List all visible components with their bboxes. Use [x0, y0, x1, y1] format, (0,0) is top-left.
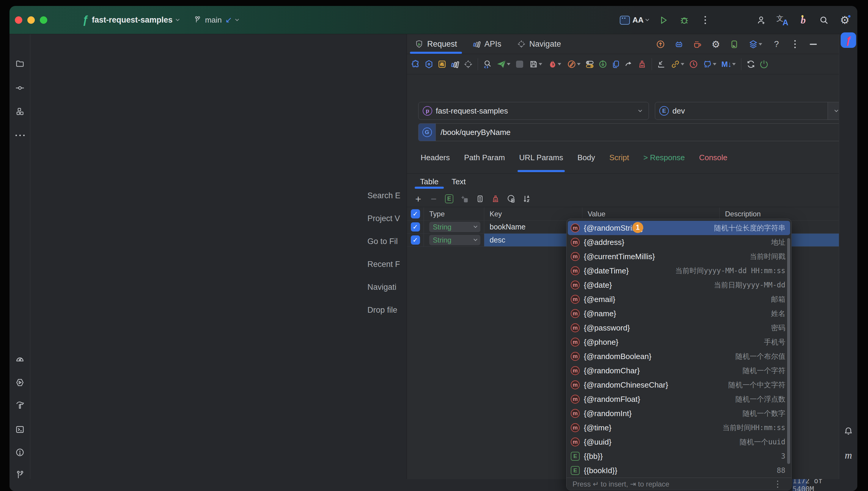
- tab-request[interactable]: Request: [407, 34, 465, 54]
- panel-more-button[interactable]: [789, 38, 801, 50]
- panel-settings-button[interactable]: ⚙: [710, 38, 722, 50]
- build-tool-button[interactable]: [9, 399, 30, 412]
- more-actions-button[interactable]: [699, 14, 711, 26]
- copy-curl-button[interactable]: [505, 194, 516, 204]
- tab-url-params[interactable]: URL Params: [512, 150, 571, 165]
- settings-button[interactable]: ⚙: [839, 14, 851, 26]
- popup-item[interactable]: {@time} 当前时间HH:mm:ss: [567, 421, 791, 435]
- flame-button[interactable]: [546, 59, 563, 70]
- plugin-settings-button[interactable]: [410, 59, 422, 70]
- fast-request-tool-button[interactable]: ƒ: [841, 32, 856, 48]
- popup-item[interactable]: {@address} 地址: [567, 235, 791, 249]
- vcs-widget[interactable]: main ↙: [193, 15, 238, 25]
- popup-item[interactable]: {@name} 姓名: [567, 307, 791, 321]
- popup-item[interactable]: {@randomInt} 随机一个数字: [567, 406, 791, 421]
- tab-path-param[interactable]: Path Param: [457, 150, 512, 165]
- copy-button[interactable]: [610, 59, 621, 70]
- redo-button[interactable]: [624, 59, 635, 70]
- fullscreen-button[interactable]: [40, 16, 47, 24]
- translate-button[interactable]: 文 A: [776, 14, 788, 26]
- popup-item[interactable]: {@randomBoolean} 随机一个布尔值: [567, 349, 791, 364]
- notifications-button[interactable]: [839, 425, 857, 437]
- help-button[interactable]: ?: [771, 38, 782, 50]
- send-request-button[interactable]: [495, 59, 512, 70]
- coverage-button[interactable]: [597, 59, 608, 70]
- params-settings-button[interactable]: [436, 59, 448, 70]
- header-checkbox-cell[interactable]: ✓: [407, 207, 424, 220]
- code-with-me-button[interactable]: [756, 14, 768, 26]
- copy-rows-button[interactable]: [475, 194, 486, 204]
- problems-tool-button[interactable]: [9, 446, 30, 459]
- zoom-widget[interactable]: AA: [620, 16, 648, 25]
- popup-item[interactable]: {@currentTimeMillis} 当前时间戳: [567, 249, 791, 264]
- add-row-button[interactable]: +: [413, 194, 424, 204]
- profiler-tool-button[interactable]: [9, 352, 30, 366]
- tab-response[interactable]: > Response: [636, 150, 692, 165]
- scan-button[interactable]: [728, 38, 740, 50]
- import-button[interactable]: [656, 59, 667, 70]
- hide-panel-button[interactable]: [807, 38, 819, 50]
- tab-navigate[interactable]: Navigate: [509, 34, 569, 54]
- sort-button[interactable]: [521, 194, 532, 204]
- link-button[interactable]: [669, 59, 686, 70]
- history-button[interactable]: [688, 59, 699, 70]
- generator-button[interactable]: [565, 59, 582, 70]
- tab-table[interactable]: Table: [413, 174, 445, 189]
- tab-text[interactable]: Text: [445, 174, 472, 189]
- row-checkbox[interactable]: ✓: [411, 222, 420, 232]
- popup-scrollbar[interactable]: [787, 238, 790, 464]
- type-select[interactable]: String: [429, 222, 481, 232]
- minimize-button[interactable]: [27, 16, 35, 24]
- tab-headers[interactable]: Headers: [413, 150, 457, 165]
- popup-item[interactable]: {@randomString} 随机十位长度的字符串: [568, 221, 790, 235]
- upload-button[interactable]: [655, 38, 666, 50]
- type-select[interactable]: String: [429, 235, 481, 245]
- popup-item[interactable]: {@randomChar} 随机一个字符: [567, 364, 791, 378]
- search-api-button[interactable]: [482, 59, 493, 70]
- markdown-button[interactable]: M↓: [720, 59, 737, 70]
- env-var-button[interactable]: E: [444, 194, 455, 204]
- locate-button[interactable]: [463, 59, 474, 70]
- popup-item[interactable]: {@randomFloat} 随机一个浮点数: [567, 392, 791, 406]
- maven-button[interactable]: m: [839, 449, 857, 462]
- more-icon[interactable]: [777, 481, 778, 488]
- api-chart-button[interactable]: [450, 59, 461, 70]
- tab-body[interactable]: Body: [570, 150, 602, 165]
- tab-apis[interactable]: APIs: [465, 34, 509, 54]
- commit-tool-button[interactable]: [9, 81, 30, 94]
- select-all-checkbox[interactable]: ✓: [411, 209, 420, 219]
- toggles-button[interactable]: [584, 59, 596, 70]
- robot-button[interactable]: [673, 38, 685, 50]
- add-doc-button[interactable]: [459, 194, 470, 204]
- run-button[interactable]: [658, 14, 669, 26]
- popup-item[interactable]: {{bb}} 3: [567, 449, 791, 463]
- type-cell[interactable]: String: [424, 234, 484, 247]
- services-tool-button[interactable]: [9, 376, 30, 389]
- tab-script[interactable]: Script: [602, 150, 636, 165]
- remove-row-button[interactable]: −: [428, 194, 439, 204]
- row-checkbox[interactable]: ✓: [411, 235, 420, 244]
- clean-button[interactable]: [636, 59, 648, 70]
- clear-rows-button[interactable]: [490, 194, 501, 204]
- structure-tool-button[interactable]: [9, 105, 30, 118]
- project-select[interactable]: p fast-request-samples: [418, 102, 649, 120]
- memory-indicator[interactable]: 1172 of 5400M: [792, 479, 844, 491]
- connect-button[interactable]: [758, 59, 770, 70]
- popup-item[interactable]: {@uuid} 随机一个uuid: [567, 435, 791, 449]
- project-tool-button[interactable]: [9, 57, 30, 70]
- search-everywhere-button[interactable]: [818, 14, 830, 26]
- popup-item[interactable]: {@dateTime} 当前时间yyyy-MM-dd HH:mm:ss: [567, 264, 791, 278]
- coffee-button[interactable]: [691, 38, 703, 50]
- project-widget[interactable]: ƒ fast-request-samples: [82, 14, 179, 26]
- popup-item[interactable]: {@password} 密码: [567, 321, 791, 335]
- popup-item[interactable]: {@randomChineseChar} 随机一个中文字符: [567, 378, 791, 392]
- config-button[interactable]: [423, 59, 435, 70]
- tab-console[interactable]: Console: [692, 150, 734, 165]
- type-cell[interactable]: String: [424, 221, 484, 233]
- popup-item[interactable]: {{bookId}} 88: [567, 463, 791, 478]
- popup-item[interactable]: {@date} 当前日期yyyy-MM-dd: [567, 278, 791, 292]
- close-button[interactable]: [15, 16, 22, 24]
- save-button[interactable]: [527, 59, 544, 70]
- more-tools-button[interactable]: [9, 129, 30, 142]
- plugin-b-button[interactable]: b: [797, 14, 809, 26]
